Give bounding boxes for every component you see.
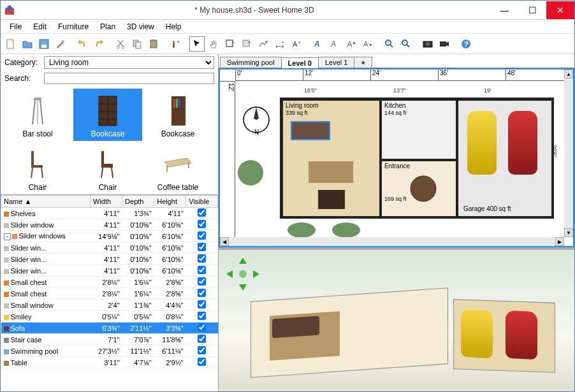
car-yellow[interactable] — [467, 111, 497, 175]
new-button[interactable] — [3, 36, 18, 52]
visible-checkbox[interactable] — [198, 220, 206, 228]
car-red[interactable] — [508, 111, 537, 175]
plan-v-scrollbar[interactable]: ▲▼ — [564, 69, 573, 237]
catalog-item-barstool[interactable]: Bar stool — [3, 89, 72, 141]
table[interactable] — [318, 190, 345, 209]
help-button[interactable]: ? — [458, 36, 474, 52]
create-video-button[interactable] — [437, 36, 452, 52]
visible-checkbox[interactable] — [198, 323, 206, 331]
table-row[interactable]: Slider win...4'11"0'10⅝"6'10⅝" — [1, 254, 218, 265]
create-photo-button[interactable] — [420, 36, 435, 52]
room-kitchen[interactable]: Kitchen 144 sq ft — [381, 99, 457, 160]
visible-checkbox[interactable] — [198, 254, 206, 263]
text-increase-button[interactable]: A▲ — [344, 36, 359, 52]
copy-button[interactable] — [129, 36, 145, 52]
catalog-item-chair2[interactable]: Chair — [73, 142, 142, 194]
table-row[interactable]: Shelves4'11"1'3¾"4'11" — [1, 208, 218, 219]
table-row[interactable]: Table3'11"4'7⅛"2'9½" — [1, 357, 218, 368]
create-polylines-tool[interactable]: + — [256, 36, 271, 52]
tab-add[interactable]: + — [354, 57, 372, 68]
search-input[interactable] — [44, 73, 214, 84]
room-living[interactable]: Living room 339 sq ft — [282, 99, 381, 217]
visible-checkbox[interactable] — [198, 208, 206, 217]
visible-checkbox[interactable] — [198, 243, 206, 251]
catalog-item-bookcase[interactable]: Bookcase — [73, 89, 142, 141]
redo-button[interactable] — [91, 36, 106, 52]
visible-checkbox[interactable] — [198, 289, 206, 297]
visible-checkbox[interactable] — [198, 231, 206, 240]
menu-edit[interactable]: Edit — [28, 21, 52, 33]
close-button[interactable]: ✕ — [546, 1, 574, 19]
catalog-item-bookcase2[interactable]: Bookcase — [143, 89, 212, 141]
preferences-button[interactable] — [53, 36, 68, 52]
svg-rect-57 — [101, 164, 113, 168]
visible-checkbox[interactable] — [198, 277, 206, 286]
plan-view[interactable]: 12' 0' 12' 24' 36' 48' N 16'5" 13'7" 19'… — [219, 68, 574, 247]
svg-text:+: + — [248, 40, 251, 45]
menu-3dview[interactable]: 3D view — [122, 21, 159, 33]
tab-level1[interactable]: Level 1 — [318, 57, 354, 68]
table-row[interactable]: Small chest2'8¼"1'6¼"2'8⅝" — [1, 277, 218, 288]
table-row[interactable]: -Slider windows14'9⅛"0'10⅝"6'10⅝" — [1, 231, 218, 242]
table-row[interactable]: Slider win...4'11"0'10⅝"6'10⅝" — [1, 265, 218, 277]
zoom-in-button[interactable]: + — [382, 36, 397, 52]
visible-checkbox[interactable] — [198, 312, 206, 320]
text-italic-button[interactable]: A — [327, 36, 342, 52]
table-row[interactable]: Small chest2'8¼"1'6¼"2'8⅝" — [1, 288, 218, 300]
catalog-item-coffeetable[interactable]: Coffee table — [143, 142, 212, 194]
visible-checkbox[interactable] — [198, 358, 206, 366]
table-row[interactable]: Sofa6'3¾"2'11½"3'3⅝" — [1, 323, 218, 334]
col-width[interactable]: Width — [91, 196, 122, 208]
col-height[interactable]: Height — [154, 196, 186, 208]
plan-h-scrollbar[interactable]: ◀▶ — [220, 237, 564, 246]
menu-furniture[interactable]: Furniture — [53, 21, 94, 33]
text-bold-button[interactable]: A — [310, 36, 326, 52]
pan-tool[interactable] — [206, 36, 221, 52]
maximize-button[interactable]: ☐ — [518, 1, 546, 19]
rug[interactable] — [309, 161, 353, 183]
zoom-out-button[interactable]: − — [398, 36, 414, 52]
visible-checkbox[interactable] — [198, 266, 206, 274]
select-tool[interactable] — [189, 36, 205, 52]
menu-file[interactable]: File — [4, 21, 27, 33]
visible-checkbox[interactable] — [198, 300, 206, 309]
col-depth[interactable]: Depth — [122, 196, 154, 208]
tree-expand-icon[interactable]: - — [4, 233, 11, 240]
table-row[interactable]: Smiley0'5¼"0'5¼"0'8¼" — [1, 311, 218, 323]
create-rooms-tool[interactable]: + — [239, 36, 254, 52]
staircase-icon[interactable] — [407, 173, 439, 205]
text-decrease-button[interactable]: A▼ — [360, 36, 375, 52]
create-text-tool[interactable]: A+ — [289, 36, 304, 52]
menu-help[interactable]: Help — [161, 21, 187, 33]
table-row[interactable]: Swimming pool27'3½"11'1½"6'11¼" — [1, 345, 218, 357]
minimize-button[interactable]: — — [490, 1, 518, 19]
paste-button[interactable] — [146, 36, 161, 52]
room-garage[interactable]: Garage 400 sq ft — [457, 99, 553, 217]
open-button[interactable] — [20, 36, 35, 52]
table-row[interactable]: Slider win...4'11"0'10⅝"6'10⅝" — [1, 242, 218, 254]
table-row[interactable]: Slider window4'11"0'10⅝"6'10⅝" — [1, 219, 218, 231]
dim-living-w: 16'5" — [304, 87, 317, 94]
visible-checkbox[interactable] — [198, 346, 206, 354]
create-dimensions-tool[interactable]: + — [272, 36, 288, 52]
visible-checkbox[interactable] — [198, 335, 206, 343]
cut-button[interactable] — [113, 36, 128, 52]
selected-sofa[interactable] — [291, 121, 330, 140]
undo-button[interactable] — [75, 36, 90, 52]
save-button[interactable] — [36, 36, 52, 52]
category-select[interactable]: Living room — [44, 56, 214, 69]
tab-level0[interactable]: Level 0 — [281, 57, 319, 68]
col-name[interactable]: Name ▲ — [1, 196, 91, 208]
table-row[interactable]: Stair case7'1"7'0⅞"11'8⅝" — [1, 334, 218, 345]
menu-plan[interactable]: Plan — [95, 21, 120, 33]
add-furniture-button[interactable]: + — [168, 36, 183, 52]
tab-swimmingpool[interactable]: Swimming pool — [220, 57, 282, 68]
col-visible[interactable]: Visible — [186, 196, 218, 208]
table-row[interactable]: Small window2'4"1'1⅜"4'4¾" — [1, 300, 218, 311]
create-walls-tool[interactable]: + — [222, 36, 238, 52]
furniture-list[interactable]: Name ▲ Width Depth Height Visible Shelve… — [1, 195, 218, 391]
view-3d[interactable] — [219, 247, 574, 391]
plan-area[interactable]: N 16'5" 13'7" 19' 20'6" Living room 339 … — [235, 81, 564, 237]
catalog-item-chair[interactable]: Chair — [3, 142, 72, 194]
room-entrance[interactable]: Entrance 169 sq ft — [381, 160, 457, 217]
